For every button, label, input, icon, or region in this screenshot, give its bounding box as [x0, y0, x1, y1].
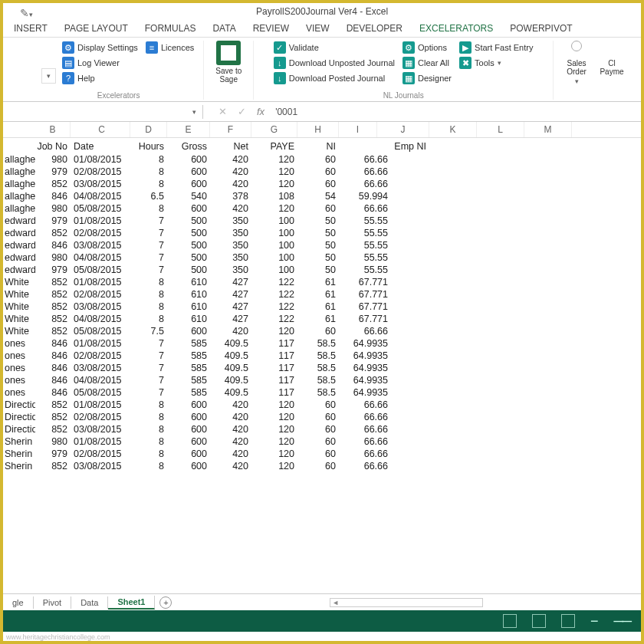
page-layout-icon[interactable] — [532, 614, 546, 628]
cell[interactable]: 59.994 — [339, 190, 391, 202]
cell[interactable]: 852 — [35, 411, 71, 423]
table-row[interactable]: allagher85203/08/201586004201206066.66 — [3, 178, 641, 190]
sales-order-button[interactable]: Sales Order ▾ — [561, 41, 592, 85]
cell[interactable]: 409.5 — [210, 350, 251, 362]
cell[interactable]: 420 — [210, 448, 251, 460]
table-row[interactable]: Sherin85203/08/201586004201206066.66 — [3, 460, 641, 472]
cell[interactable]: allagher — [3, 178, 35, 190]
formula-input[interactable]: '0001 — [275, 107, 297, 117]
download-unposted-button[interactable]: ↓Download Unposted Journal — [272, 56, 396, 70]
cell[interactable]: 420 — [210, 435, 251, 448]
cell[interactable]: 852 — [35, 325, 71, 337]
cell[interactable]: 58.5 — [297, 337, 339, 350]
cell[interactable]: 980 — [35, 202, 71, 215]
table-row[interactable]: White85202/08/201586104271226167.771 — [3, 288, 641, 301]
cell[interactable]: 980 — [35, 251, 71, 264]
add-sheet-button[interactable]: + — [159, 596, 172, 609]
cell[interactable]: 117 — [251, 350, 297, 362]
cell[interactable]: 120 — [251, 178, 297, 190]
cell[interactable]: 61 — [297, 313, 339, 325]
cell[interactable]: 66.66 — [339, 166, 391, 178]
format-painter-icon[interactable]: ✎▾ — [20, 5, 33, 23]
table-row[interactable]: allagher84604/08/20156.55403781085459.99… — [3, 190, 641, 202]
table-row[interactable]: allagher98001/08/201586004201206066.66 — [3, 153, 641, 166]
cell[interactable]: 8 — [130, 288, 167, 301]
cell[interactable]: 60 — [297, 411, 339, 423]
cell[interactable]: 67.771 — [339, 313, 391, 325]
sheet-tab-gle[interactable]: gle — [3, 596, 34, 609]
table-row[interactable]: Direction85202/08/201586004201206066.66 — [3, 411, 641, 423]
cell[interactable]: 852 — [35, 313, 71, 325]
cell[interactable]: 120 — [251, 166, 297, 178]
cell[interactable]: 66.66 — [339, 153, 391, 166]
table-row[interactable]: allagher97902/08/201586004201206066.66 — [3, 166, 641, 178]
cell[interactable]: 600 — [167, 153, 210, 166]
cell[interactable]: 117 — [251, 362, 297, 374]
cell[interactable]: 03/08/2015 — [71, 362, 130, 374]
cell[interactable]: 05/08/2015 — [71, 386, 130, 399]
cell[interactable]: 980 — [35, 153, 71, 166]
licences-button[interactable]: ≡Licences — [144, 41, 196, 54]
cell[interactable]: 350 — [210, 215, 251, 227]
cell[interactable]: 100 — [251, 227, 297, 239]
cell[interactable]: ones — [3, 362, 35, 374]
cell[interactable]: 64.9935 — [339, 374, 391, 386]
cell[interactable]: ones — [3, 350, 35, 362]
cell[interactable]: 66.66 — [339, 202, 391, 215]
cell[interactable]: Sherin — [3, 460, 35, 472]
col-header[interactable]: J — [377, 122, 429, 137]
cell[interactable]: 8 — [130, 276, 167, 288]
cell[interactable]: 120 — [251, 460, 297, 472]
cell[interactable]: 03/08/2015 — [71, 423, 130, 435]
cell[interactable]: 60 — [297, 435, 339, 448]
help-button[interactable]: ?Help — [61, 71, 140, 85]
cell[interactable]: 852 — [35, 276, 71, 288]
cell[interactable]: 409.5 — [210, 337, 251, 350]
cell[interactable]: 852 — [35, 399, 71, 411]
cell[interactable]: 03/08/2015 — [71, 301, 130, 313]
cell[interactable]: 55.55 — [339, 239, 391, 251]
normal-view-icon[interactable] — [503, 614, 517, 628]
cell[interactable]: 7 — [130, 264, 167, 276]
cell[interactable]: Direction — [3, 423, 35, 435]
cell[interactable]: 01/08/2015 — [71, 215, 130, 227]
cell[interactable]: 350 — [210, 239, 251, 251]
cell[interactable]: 852 — [35, 178, 71, 190]
menu-tab-view[interactable]: VIEW — [306, 23, 330, 34]
cell[interactable]: 8 — [130, 399, 167, 411]
cell[interactable]: edward — [3, 215, 35, 227]
cell[interactable]: 8 — [130, 166, 167, 178]
menu-tab-data[interactable]: DATA — [212, 23, 235, 34]
cell[interactable]: 55.55 — [339, 251, 391, 264]
cell[interactable]: Direction — [3, 411, 35, 423]
table-row[interactable]: Sherin98001/08/201586004201206066.66 — [3, 435, 641, 448]
cell[interactable]: 7 — [130, 374, 167, 386]
cell[interactable]: 8 — [130, 411, 167, 423]
cell[interactable]: 6.5 — [130, 190, 167, 202]
cell[interactable]: 350 — [210, 264, 251, 276]
cell[interactable]: White — [3, 313, 35, 325]
cell[interactable]: 66.66 — [339, 325, 391, 337]
cell[interactable]: ones — [3, 374, 35, 386]
cell[interactable]: 66.66 — [339, 411, 391, 423]
cell[interactable]: 610 — [167, 288, 210, 301]
menu-tab-page-layout[interactable]: PAGE LAYOUT — [64, 23, 128, 34]
cell[interactable]: 58.5 — [297, 362, 339, 374]
table-row[interactable]: edward98004/08/201575003501005055.55 — [3, 251, 641, 264]
cell[interactable]: 66.66 — [339, 435, 391, 448]
cell[interactable]: 60 — [297, 202, 339, 215]
cell[interactable]: 58.5 — [297, 350, 339, 362]
cell[interactable]: 600 — [167, 423, 210, 435]
cell[interactable]: 427 — [210, 313, 251, 325]
cancel-icon[interactable]: ✕ — [219, 106, 227, 117]
cell[interactable]: 8 — [130, 178, 167, 190]
cell[interactable]: 979 — [35, 166, 71, 178]
cell[interactable]: 420 — [210, 153, 251, 166]
cell[interactable]: 117 — [251, 386, 297, 399]
cell[interactable]: 427 — [210, 276, 251, 288]
cell[interactable]: 50 — [297, 215, 339, 227]
cell[interactable]: 64.9935 — [339, 337, 391, 350]
cell[interactable]: 58.5 — [297, 374, 339, 386]
cell[interactable]: 05/08/2015 — [71, 325, 130, 337]
cell[interactable]: White — [3, 301, 35, 313]
